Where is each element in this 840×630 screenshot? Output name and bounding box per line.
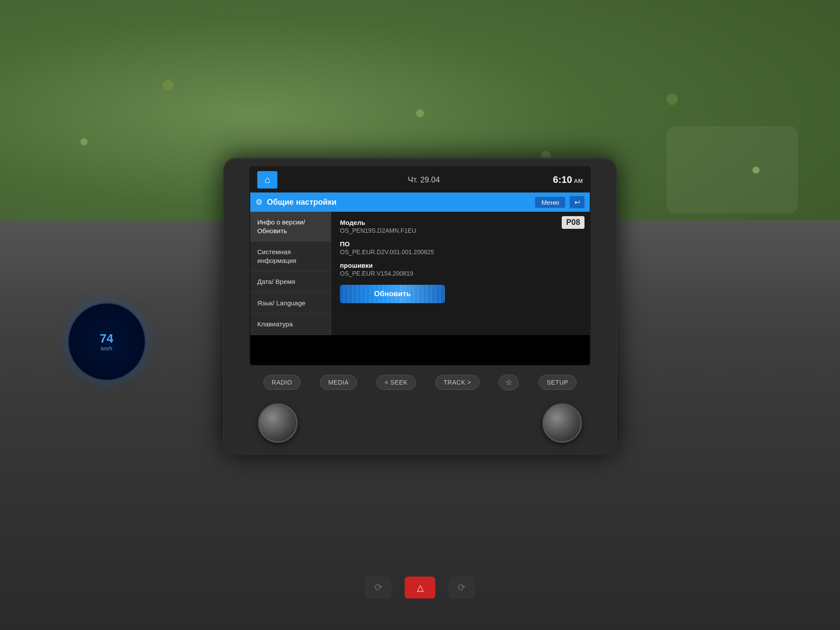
software-label: ПО bbox=[340, 240, 581, 248]
head-unit: ⌂ Чт. 29.04 6:10AM ⚙ Общие настройки Мен… bbox=[223, 158, 617, 455]
menu-item-language[interactable]: Язык/ Language bbox=[250, 293, 331, 314]
update-button[interactable]: Обновить bbox=[340, 285, 445, 303]
track-next-button[interactable]: TRACK > bbox=[435, 375, 480, 390]
knobs-row bbox=[249, 400, 591, 446]
infotainment-screen[interactable]: ⌂ Чт. 29.04 6:10AM ⚙ Общие настройки Мен… bbox=[249, 166, 591, 366]
screen-content: Инфо о версии/ Обновить Системная информ… bbox=[250, 212, 590, 335]
settings-title-bar: ⚙ Общие настройки Меню ↩ bbox=[250, 192, 590, 212]
bottom-controls-bar: RADIO MEDIA < SEEK TRACK > ☆ SETUP bbox=[249, 368, 591, 397]
settings-right-panel: P08 Модель OS_PEN19S.D2AMN.F1EU ПО OS_PE… bbox=[331, 212, 590, 335]
version-badge: P08 bbox=[562, 216, 584, 229]
model-value: OS_PEN19S.D2AMN.F1EU bbox=[340, 227, 581, 234]
model-info-row: Модель OS_PEN19S.D2AMN.F1EU bbox=[340, 219, 581, 234]
seek-prev-button[interactable]: < SEEK bbox=[376, 375, 416, 390]
back-button[interactable]: ↩ bbox=[570, 196, 584, 208]
menu-item-system-info[interactable]: Системная информация bbox=[250, 242, 331, 271]
bottom-controls-area: ⟳ △ ⟳ bbox=[365, 577, 475, 598]
left-vent-control[interactable]: ⟳ bbox=[365, 577, 392, 598]
date-display: Чт. 29.04 bbox=[284, 175, 564, 185]
left-volume-knob[interactable] bbox=[258, 403, 298, 443]
firmware-value: OS_PE.EUR.V154.200819 bbox=[340, 270, 581, 277]
software-value: OS_PE.EUR.D2V.001.001.200825 bbox=[340, 248, 581, 256]
menu-item-keyboard[interactable]: Клавиатура bbox=[250, 314, 331, 335]
setup-button[interactable]: SETUP bbox=[539, 375, 577, 390]
right-vent-control[interactable]: ⟳ bbox=[448, 577, 475, 598]
instrument-cluster: 74 km/h bbox=[67, 302, 155, 390]
time-display: 6:10AM bbox=[553, 174, 583, 186]
settings-left-menu: Инфо о версии/ Обновить Системная информ… bbox=[250, 212, 331, 335]
firmware-info-row: прошивки OS_PE.EUR.V154.200819 bbox=[340, 262, 581, 277]
home-icon: ⌂ bbox=[264, 174, 270, 186]
model-label: Модель bbox=[340, 219, 581, 226]
favorite-button[interactable]: ☆ bbox=[499, 374, 519, 390]
speed-display: 74 km/h bbox=[100, 332, 113, 352]
firmware-label: прошивки bbox=[340, 262, 581, 269]
menu-item-datetime[interactable]: Дата/ Время bbox=[250, 271, 331, 293]
settings-icon: ⚙ bbox=[256, 197, 262, 207]
speedometer: 74 km/h bbox=[67, 302, 146, 381]
media-button[interactable]: MEDIA bbox=[320, 375, 357, 390]
hazard-button[interactable]: △ bbox=[405, 577, 435, 598]
exterior-car-glimpse bbox=[667, 126, 798, 214]
menu-item-version[interactable]: Инфо о версии/ Обновить bbox=[250, 212, 331, 242]
scene: 74 km/h ⌂ Чт. 29.04 6:10AM ⚙ Общие настр… bbox=[0, 0, 840, 630]
settings-title: Общие настройки bbox=[267, 198, 531, 207]
right-tune-knob[interactable] bbox=[542, 403, 582, 443]
radio-button[interactable]: RADIO bbox=[263, 375, 301, 390]
software-info-row: ПО OS_PE.EUR.D2V.001.001.200825 bbox=[340, 240, 581, 256]
menu-button[interactable]: Меню bbox=[535, 197, 565, 208]
home-button[interactable]: ⌂ bbox=[257, 171, 277, 189]
screen-header: ⌂ Чт. 29.04 6:10AM bbox=[250, 167, 590, 192]
